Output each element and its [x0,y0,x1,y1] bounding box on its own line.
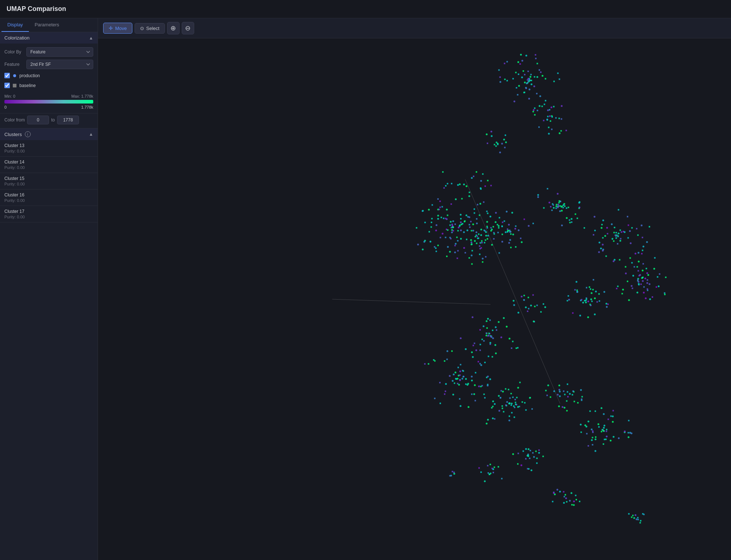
baseline-label: baseline [19,83,36,88]
feature-select[interactable]: 2nd Flr SF 1st Flr SF Gr Liv Area [26,60,93,69]
umap-scatter-canvas[interactable] [98,38,731,560]
production-dot-icon [13,74,16,78]
color-to-label: to [51,117,55,123]
tab-display[interactable]: Display [1,18,29,32]
move-button[interactable]: ✛ Move [103,23,132,34]
zoom-out-button[interactable]: ⊖ [182,22,194,34]
feature-row: Feature 2nd Flr SF 1st Flr SF Gr Liv Are… [4,60,93,69]
scale-max-label: Max: 1.778k [71,94,93,98]
cluster-name: Cluster 14 [4,159,93,165]
select-label: Select [146,26,159,31]
umap-canvas [98,38,731,560]
zoom-in-icon: ⊕ [170,25,176,31]
clusters-label: Clusters [4,132,22,137]
move-icon: ✛ [109,25,113,31]
chart-toolbar: ✛ Move ⊙ Select ⊕ ⊖ [98,18,731,38]
colorization-label: Colorization [4,35,30,41]
cluster-purity: Purity: 0.00 [4,165,93,170]
zoom-in-button[interactable]: ⊕ [167,22,180,34]
color-by-select[interactable]: Feature Cluster Label [26,47,93,57]
color-from-input[interactable] [27,116,49,124]
scale-minmax-row: Min: 0 Max: 1.778k [4,94,93,98]
select-icon: ⊙ [140,26,144,31]
svg-rect-1 [13,84,16,87]
cluster-name: Cluster 16 [4,192,93,198]
scale-min-label: Min: 0 [4,94,15,98]
color-by-row: Color By Feature Cluster Label [4,47,93,57]
sidebar: Display Parameters Colorization ▲ Color … [0,18,98,560]
clusters-section: Clusters i ▲ Cluster 13 Purity: 0.00 Clu… [0,128,98,560]
baseline-checkbox[interactable] [4,83,10,88]
svg-point-0 [13,74,16,77]
color-by-label: Color By [4,49,23,55]
cluster-list: Cluster 13 Purity: 0.00 Cluster 14 Purit… [0,140,98,222]
feature-label: Feature [4,62,23,67]
gradient-bar [4,100,93,104]
scale-values-row: 0 1.778k [4,105,93,109]
app-title: UMAP Comparison [7,5,66,12]
zoom-out-icon: ⊖ [185,25,191,31]
cluster-purity: Purity: 0.00 [4,182,93,186]
baseline-row: baseline [4,82,93,89]
tab-parameters[interactable]: Parameters [29,18,65,32]
colorization-chevron-icon: ▲ [89,35,93,41]
app-header: UMAP Comparison [0,0,731,18]
select-button[interactable]: ⊙ Select [135,23,165,34]
cluster-item[interactable]: Cluster 16 Purity: 0.00 [0,189,98,206]
color-from-label: Color from [4,117,25,123]
chart-area: ✛ Move ⊙ Select ⊕ ⊖ [98,18,731,560]
cluster-item[interactable]: Cluster 17 Purity: 0.00 [0,206,98,222]
cluster-item[interactable]: Cluster 13 Purity: 0.00 [0,140,98,157]
scale-max-value: 1.778k [81,105,93,109]
cluster-item[interactable]: Cluster 14 Purity: 0.00 [0,157,98,173]
scale-min-value: 0 [4,105,7,109]
cluster-item[interactable]: Cluster 15 Purity: 0.00 [0,173,98,189]
clusters-info-icon[interactable]: i [25,131,31,137]
colorization-body: Color By Feature Cluster Label Feature 2… [0,44,98,93]
color-scale-section: Min: 0 Max: 1.778k 0 1.778k [0,93,98,113]
tab-bar: Display Parameters [0,18,98,32]
production-label: production [19,73,40,78]
clusters-section-header[interactable]: Clusters i ▲ [0,128,98,140]
production-checkbox[interactable] [4,73,10,78]
app-container: UMAP Comparison Display Parameters Color… [0,0,731,560]
production-row: production [4,72,93,79]
cluster-name: Cluster 17 [4,209,93,214]
cluster-name: Cluster 15 [4,176,93,181]
colorization-section-header[interactable]: Colorization ▲ [0,32,98,44]
color-to-input[interactable] [57,116,79,124]
main-content: Display Parameters Colorization ▲ Color … [0,18,731,560]
move-label: Move [115,26,127,31]
baseline-square-icon [13,84,16,87]
color-from-row: Color from to [0,113,98,128]
clusters-chevron-icon: ▲ [89,132,93,137]
cluster-purity: Purity: 0.00 [4,149,93,153]
cluster-purity: Purity: 0.00 [4,198,93,203]
cluster-name: Cluster 13 [4,143,93,148]
cluster-purity: Purity: 0.00 [4,215,93,219]
